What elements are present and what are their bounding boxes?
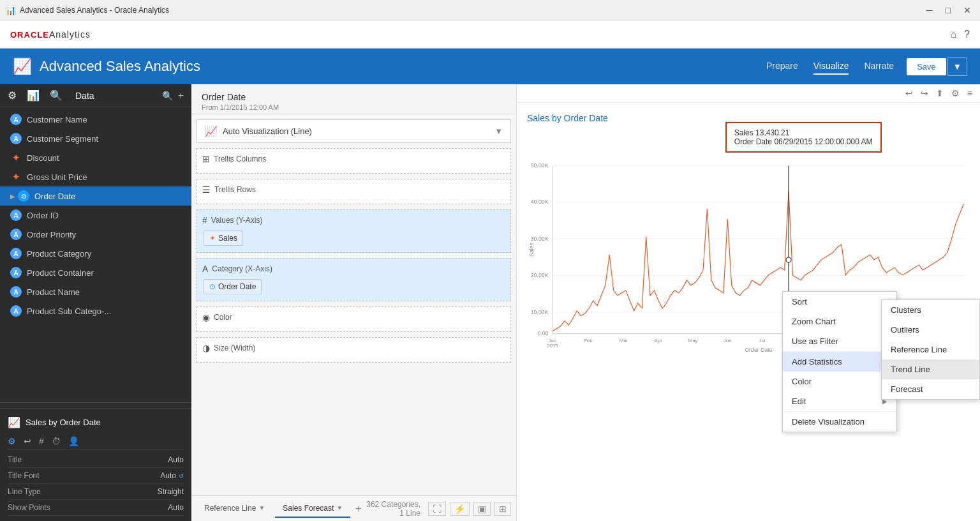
save-dropdown-button[interactable]: ▼ bbox=[947, 57, 967, 76]
sub-outliers[interactable]: Outliers bbox=[882, 320, 979, 340]
sidebar-search-icon[interactable]: 🔍 bbox=[162, 91, 173, 101]
data-item-product-category[interactable]: A Product Category bbox=[0, 244, 191, 263]
ctx-color[interactable]: Color ▶ bbox=[783, 372, 896, 391]
sales-chip[interactable]: ✦ Sales bbox=[204, 230, 243, 246]
sub-trend-line[interactable]: Trend Line bbox=[882, 359, 979, 379]
filter-tab-icon[interactable]: 🔍 bbox=[50, 89, 63, 102]
ctx-zoom-chart[interactable]: Zoom Chart bbox=[783, 312, 896, 331]
data-item-product-sub-catego[interactable]: A Product Sub Catego-... bbox=[0, 301, 191, 321]
data-item-order-date[interactable]: ▶ ⊙ Order Date bbox=[0, 186, 191, 206]
chart-area: ↩ ↪ ⬆ ⚙ ≡ Sales by Order Date Sales 13,4… bbox=[517, 84, 980, 521]
ctx-use-as-filter[interactable]: Use as Filter bbox=[783, 331, 896, 351]
oracle-header: ORACLEAnalytics ⌂ ? bbox=[0, 20, 980, 49]
svg-text:Jul: Jul bbox=[759, 338, 765, 344]
maximize-button[interactable]: □ bbox=[942, 4, 954, 17]
data-list: A Customer Name A Customer Segment ✦ Dis… bbox=[0, 107, 191, 397]
item-label: Customer Name bbox=[27, 115, 87, 125]
viz-chart-icon: 📈 bbox=[8, 416, 20, 428]
viz-ctrl-bend[interactable]: ↩ bbox=[24, 436, 31, 446]
sub-forecast[interactable]: Forecast bbox=[882, 379, 979, 399]
data-item-customer-segment[interactable]: A Customer Segment bbox=[0, 129, 191, 148]
menu-icon[interactable]: ≡ bbox=[967, 88, 972, 98]
app-header: 📈 Advanced Sales Analytics Prepare Visua… bbox=[0, 49, 980, 84]
tab-actions: ⛶ ⚡ ▣ ⊞ bbox=[428, 502, 511, 516]
ctx-edit-label: Edit bbox=[792, 396, 806, 406]
ctx-color-label: Color bbox=[792, 377, 812, 386]
item-label: Order ID bbox=[27, 211, 59, 220]
nav-tabs: Prepare Visualize Narrate bbox=[766, 58, 894, 75]
svg-text:2015: 2015 bbox=[547, 343, 558, 349]
viz-type-selector[interactable]: 📈 Auto Visualization (Line) ▼ bbox=[197, 119, 511, 143]
share-icon[interactable]: ⬆ bbox=[936, 88, 944, 98]
item-type-icon: A bbox=[10, 229, 22, 240]
ctx-delete-viz[interactable]: Delete Visualization bbox=[783, 412, 896, 432]
viz-ctrl-hash[interactable]: # bbox=[39, 436, 44, 446]
ctx-delete-label: Delete Visualization bbox=[792, 417, 865, 427]
ctx-edit[interactable]: Edit ▶ bbox=[783, 391, 896, 411]
data-tab-icon[interactable]: ⚙ bbox=[8, 89, 17, 102]
redo-icon[interactable]: ↪ bbox=[921, 88, 928, 98]
window-controls: ─ □ ✕ bbox=[923, 4, 975, 17]
add-tab-button[interactable]: + bbox=[355, 503, 361, 515]
sub-reference-line[interactable]: Reference Line bbox=[882, 340, 979, 359]
tab-reference-line[interactable]: Reference Line ▼ bbox=[197, 500, 272, 518]
grid-icon[interactable]: ⊞ bbox=[494, 502, 511, 516]
tab-label: Reference Line bbox=[204, 504, 256, 513]
svg-text:Jun: Jun bbox=[724, 338, 732, 344]
viz-title[interactable]: 📈 Sales by Order Date bbox=[8, 414, 184, 431]
ctx-add-statistics[interactable]: Add Statistics ▶ bbox=[783, 352, 896, 372]
viz-ctrl-person[interactable]: 👤 bbox=[68, 436, 79, 446]
window-title: Advanced Sales Analytics - Oracle Analyt… bbox=[20, 6, 169, 15]
close-button[interactable]: ✕ bbox=[960, 4, 975, 17]
values-section: # Values (Y-Axis) ✦ Sales bbox=[197, 209, 511, 253]
prop-line-type: Line Type Straight bbox=[8, 484, 184, 500]
data-item-order-priority[interactable]: A Order Priority bbox=[0, 225, 191, 244]
order-date-chip[interactable]: ⊙ Order Date bbox=[204, 279, 262, 294]
settings-icon[interactable]: ⚙ bbox=[951, 88, 960, 98]
data-item-order-id[interactable]: A Order ID bbox=[0, 206, 191, 225]
save-button[interactable]: Save bbox=[907, 58, 946, 75]
ctx-filter-label: Use as Filter bbox=[792, 336, 838, 346]
prop-title: Title Auto bbox=[8, 452, 184, 468]
line-chart-icon: 📈 bbox=[205, 125, 218, 137]
viz-type-dropdown-icon: ▼ bbox=[494, 126, 503, 136]
category-section: A Category (X-Axis) ⊙ Order Date bbox=[197, 258, 511, 301]
ctx-sort[interactable]: Sort ▶ bbox=[783, 292, 896, 312]
color-label: Color bbox=[214, 313, 232, 322]
prop-reset-icon[interactable]: ↺ bbox=[179, 472, 184, 479]
viz-ctrl-clock[interactable]: ⏱ bbox=[52, 436, 61, 446]
sidebar-add-icon[interactable]: + bbox=[178, 90, 184, 102]
viz-controls: ⚙ ↩ # ⏱ 👤 bbox=[8, 431, 184, 449]
data-item-product-name[interactable]: A Product Name bbox=[0, 282, 191, 301]
fit-icon[interactable]: ⛶ bbox=[428, 502, 446, 516]
expand-icon: ▶ bbox=[10, 193, 15, 200]
help-icon[interactable]: ? bbox=[964, 29, 970, 40]
tab-visualize[interactable]: Visualize bbox=[813, 58, 849, 75]
data-item-product-container[interactable]: A Product Container bbox=[0, 263, 191, 282]
data-item-discount[interactable]: ✦ Discount bbox=[0, 148, 191, 167]
color-icon: ◉ bbox=[202, 312, 210, 322]
item-type-icon: A bbox=[10, 267, 22, 278]
tab-narrate[interactable]: Narrate bbox=[864, 58, 894, 75]
lightning-icon[interactable]: ⚡ bbox=[450, 502, 470, 516]
title-bar: 📊 Advanced Sales Analytics - Oracle Anal… bbox=[0, 0, 980, 20]
data-item-gross-unit-price[interactable]: ✦ Gross Unit Price bbox=[0, 167, 191, 186]
sub-clusters[interactable]: Clusters bbox=[882, 300, 979, 320]
tab-sales-forecast[interactable]: Sales Forecast ▼ bbox=[275, 500, 350, 518]
color-section: ◉ Color bbox=[197, 306, 511, 332]
home-icon[interactable]: ⌂ bbox=[950, 29, 956, 40]
data-item-customer-name[interactable]: A Customer Name bbox=[0, 110, 191, 129]
layout-icon[interactable]: ▣ bbox=[473, 502, 491, 516]
prop-title-font: Title Font Auto ↺ bbox=[8, 468, 184, 484]
ctx-statistics-label: Add Statistics bbox=[792, 357, 842, 366]
viz-ctrl-gear[interactable]: ⚙ bbox=[8, 436, 16, 446]
svg-text:Feb: Feb bbox=[584, 338, 593, 344]
minimize-button[interactable]: ─ bbox=[923, 4, 937, 17]
tab-dropdown-icon: ▼ bbox=[258, 504, 265, 511]
undo-icon[interactable]: ↩ bbox=[905, 88, 913, 98]
trellis-columns-icon: ⊞ bbox=[202, 154, 210, 164]
trellis-rows-header: ☰ Trellis Rows bbox=[202, 185, 505, 195]
chart-tab-icon[interactable]: 📊 bbox=[27, 89, 40, 102]
tab-prepare[interactable]: Prepare bbox=[766, 58, 798, 75]
svg-text:May: May bbox=[688, 338, 698, 344]
